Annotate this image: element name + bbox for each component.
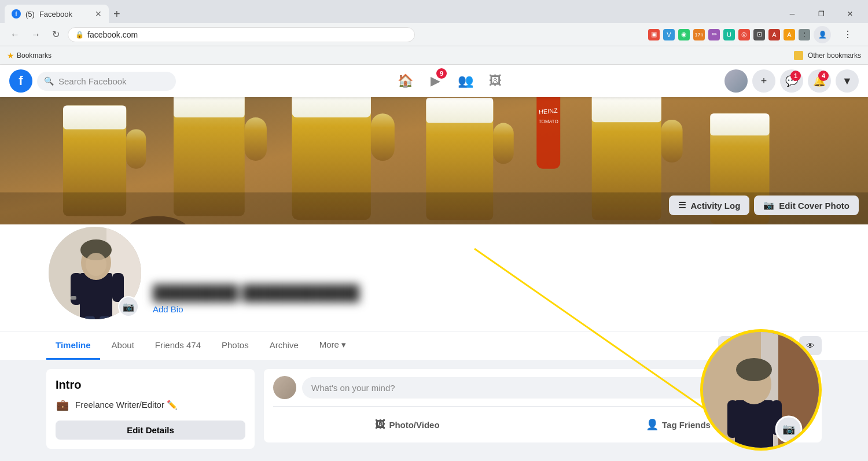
svg-rect-21 bbox=[710, 113, 769, 135]
back-button[interactable]: ← bbox=[7, 27, 23, 42]
tab-photos[interactable]: Photos bbox=[212, 332, 258, 360]
tab-title: Facebook bbox=[39, 10, 72, 19]
ext-icon-8[interactable]: ⊡ bbox=[753, 29, 765, 40]
post-placeholder: What's on your mind? bbox=[311, 383, 395, 393]
profile-section: 📷 ████████ ███████████ Add Bio bbox=[0, 224, 868, 331]
forward-button[interactable]: → bbox=[28, 27, 44, 42]
ext-icon-menu[interactable]: ⋮ bbox=[799, 29, 810, 40]
tab-notification-count: (5) bbox=[25, 10, 35, 19]
photos-tab-label: Photos bbox=[222, 340, 249, 350]
bookmark-folder-icon bbox=[794, 51, 803, 60]
svg-rect-44 bbox=[727, 400, 738, 438]
active-tab[interactable]: f (5) Facebook ✕ bbox=[5, 5, 109, 23]
tab-archive[interactable]: Archive bbox=[260, 332, 308, 360]
photo-video-action[interactable]: 🖼 Photo/Video bbox=[273, 414, 542, 436]
svg-rect-18 bbox=[592, 97, 661, 122]
url-text: facebook.com bbox=[87, 30, 138, 39]
tab-friends[interactable]: Friends 474 bbox=[146, 332, 210, 360]
ext-icon-3[interactable]: ◉ bbox=[678, 29, 690, 40]
notifications-badge: 4 bbox=[818, 71, 829, 81]
edit-cover-label: Edit Cover Photo bbox=[779, 201, 849, 211]
browser-menu-button[interactable]: ⋮ bbox=[834, 25, 861, 44]
intro-title: Intro bbox=[56, 378, 245, 392]
svg-rect-5 bbox=[174, 97, 245, 117]
camera-small-icon: 📷 bbox=[123, 301, 134, 312]
search-bar[interactable]: 🔍 Search Facebook bbox=[37, 72, 176, 91]
close-window-button[interactable]: ✕ bbox=[837, 5, 863, 23]
ext-icon-5[interactable]: ✏ bbox=[708, 29, 720, 40]
photo-video-label: Photo/Video bbox=[389, 420, 439, 430]
reload-button[interactable]: ↻ bbox=[49, 27, 63, 42]
left-column: Intro 💼 Freelance Writer/Editor ✏️ Edit … bbox=[46, 369, 255, 452]
ext-icon-9[interactable]: A bbox=[768, 29, 780, 40]
search-icon: 🔍 bbox=[44, 76, 54, 86]
tab-more[interactable]: More ▾ bbox=[310, 331, 355, 360]
svg-rect-35 bbox=[100, 316, 110, 322]
ext-icon-10[interactable]: A bbox=[784, 29, 795, 40]
svg-rect-8 bbox=[292, 97, 371, 117]
notifications-button[interactable]: 🔔 4 bbox=[808, 69, 831, 93]
other-bookmarks-label: Other bookmarks bbox=[808, 51, 861, 60]
svg-point-33 bbox=[86, 253, 106, 276]
friends-icon: 👥 bbox=[458, 73, 473, 88]
bookmarks-star-icon: ★ bbox=[7, 51, 14, 60]
ext-icon-6[interactable]: U bbox=[723, 29, 735, 40]
ext-icon-7[interactable]: ◎ bbox=[738, 29, 750, 40]
svg-text:TOMATO: TOMATO bbox=[539, 119, 558, 124]
intro-occupation: Freelance Writer/Editor ✏️ bbox=[75, 400, 178, 410]
home-icon: 🏠 bbox=[398, 73, 413, 88]
svg-rect-3 bbox=[126, 129, 146, 168]
add-bio-button[interactable]: Add Bio bbox=[153, 304, 183, 314]
svg-rect-41 bbox=[735, 400, 773, 451]
svg-rect-9 bbox=[371, 113, 395, 161]
profile-name: ████████ ███████████ bbox=[153, 284, 812, 302]
url-bar[interactable]: 🔒 facebook.com bbox=[68, 27, 415, 42]
edit-details-button[interactable]: Edit Details bbox=[56, 421, 245, 440]
profile-pic-wrapper: 📷 bbox=[46, 224, 144, 322]
new-tab-button[interactable]: + bbox=[109, 8, 125, 21]
messenger-button[interactable]: 💬 1 bbox=[780, 69, 803, 93]
svg-rect-19 bbox=[661, 120, 683, 163]
suitcase-icon: 💼 bbox=[56, 399, 69, 411]
home-nav-button[interactable]: 🏠 bbox=[391, 67, 419, 95]
cover-action-buttons: ☰ Activity Log 📷 Edit Cover Photo bbox=[669, 196, 859, 215]
tab-about[interactable]: About bbox=[102, 332, 144, 360]
minimize-button[interactable]: ─ bbox=[779, 5, 806, 23]
svg-rect-11 bbox=[426, 98, 493, 123]
ext-icon-1[interactable]: ▣ bbox=[648, 29, 660, 40]
intro-occupation-item: 💼 Freelance Writer/Editor ✏️ bbox=[56, 399, 245, 411]
bookmarks-bar: ★ Bookmarks Other bookmarks bbox=[0, 46, 868, 65]
facebook-logo[interactable]: f bbox=[9, 69, 32, 93]
svg-rect-34 bbox=[84, 316, 95, 322]
eye-icon: 👁 bbox=[806, 341, 815, 351]
tab-close-button[interactable]: ✕ bbox=[95, 9, 102, 19]
create-button[interactable]: + bbox=[752, 69, 775, 93]
list-icon: ☰ bbox=[678, 200, 686, 211]
marketplace-nav-button[interactable]: 🖼 bbox=[481, 67, 509, 95]
browser-chrome: f (5) Facebook ✕ + ─ ❐ ✕ ← → ↻ 🔒 faceboo… bbox=[0, 0, 868, 65]
edit-cover-photo-button[interactable]: 📷 Edit Cover Photo bbox=[754, 196, 859, 215]
messenger-badge: 1 bbox=[790, 71, 801, 81]
video-badge: 9 bbox=[436, 68, 447, 79]
activity-log-label: Activity Log bbox=[690, 201, 740, 211]
cover-photo: HEINZ TOMATO ☰ Activity Log 📷 Edit Cover bbox=[0, 97, 868, 224]
more-tab-label: More ▾ bbox=[319, 340, 346, 349]
post-box-avatar bbox=[273, 376, 296, 399]
activity-log-button[interactable]: ☰ Activity Log bbox=[669, 196, 749, 215]
account-menu-button[interactable]: ▼ bbox=[836, 69, 859, 93]
user-account-icon[interactable]: 👤 bbox=[814, 26, 831, 43]
ext-icon-2[interactable]: V bbox=[663, 29, 675, 40]
search-placeholder: Search Facebook bbox=[58, 76, 127, 86]
other-bookmarks-area: Other bookmarks bbox=[794, 51, 861, 60]
fb-favicon: f bbox=[12, 9, 21, 19]
friends-nav-button[interactable]: 👥 bbox=[451, 67, 479, 95]
profile-pic-camera-button[interactable]: 📷 bbox=[118, 296, 139, 317]
svg-rect-2 bbox=[63, 106, 126, 130]
tab-timeline[interactable]: Timeline bbox=[46, 332, 100, 360]
nav-center-icons: 🏠 ▶ 9 👥 🖼 bbox=[176, 67, 724, 95]
nav-profile-pic[interactable] bbox=[724, 69, 748, 93]
video-nav-button[interactable]: ▶ 9 bbox=[421, 67, 449, 95]
ext-icon-4[interactable]: 17n bbox=[693, 29, 705, 40]
maximize-button[interactable]: ❐ bbox=[808, 5, 834, 23]
intro-card: Intro 💼 Freelance Writer/Editor ✏️ Edit … bbox=[46, 369, 255, 449]
